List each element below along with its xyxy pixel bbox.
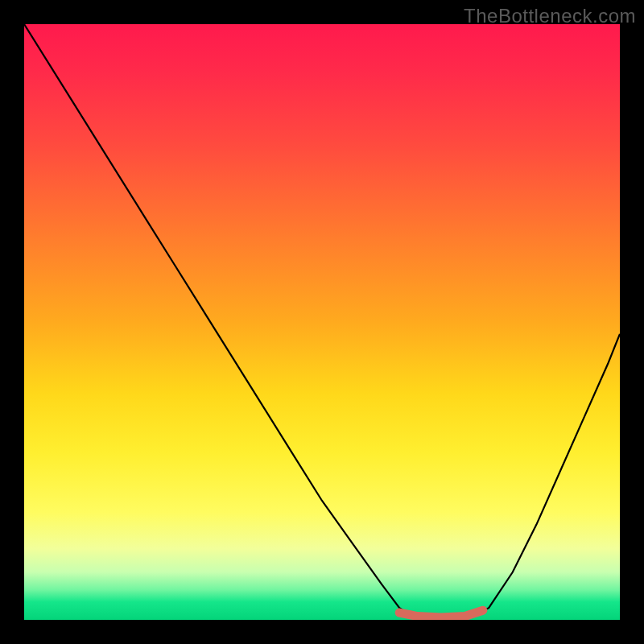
optimal-band [399, 610, 483, 617]
curves-layer [24, 24, 620, 620]
chart-frame: TheBottleneck.com [0, 0, 644, 644]
plot-area [24, 24, 620, 620]
watermark-text: TheBottleneck.com [464, 5, 636, 27]
bottleneck-curve [24, 24, 620, 620]
